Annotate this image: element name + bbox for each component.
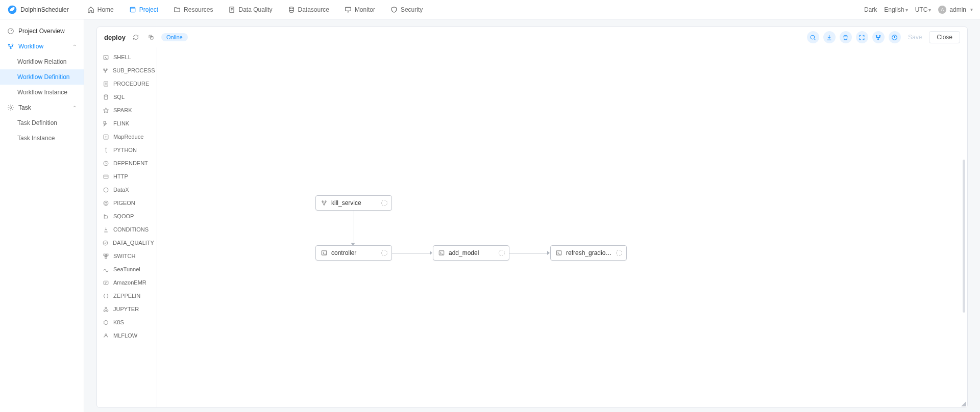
svg-point-39 [324, 204, 325, 205]
sidebar-group-workflow[interactable]: Workflow ⌃ [0, 39, 84, 54]
task-type-sub-process[interactable]: SUB_PROCESS [97, 64, 157, 77]
task-type-label: K8S [113, 319, 124, 325]
nav-item-label: Data Quality [238, 6, 272, 13]
svg-rect-32 [105, 256, 106, 258]
refresh-button[interactable] [131, 32, 141, 42]
task-type-shell[interactable]: SHELL [97, 50, 157, 64]
task-type-seatunnel[interactable]: SeaTunnel [97, 263, 157, 276]
nav-item-project[interactable]: Project [122, 4, 165, 15]
nav-item-monitor[interactable]: Monitor [337, 4, 382, 15]
task-type-icon [102, 213, 109, 220]
arrow-icon [430, 251, 432, 255]
avatar-icon: A [938, 6, 946, 14]
task-type-http[interactable]: HTTP [97, 170, 157, 183]
svg-point-38 [325, 201, 326, 202]
node-status-icon [381, 200, 387, 206]
svg-rect-4 [346, 7, 351, 11]
workflow-node-n2[interactable]: controller [315, 245, 392, 261]
task-type-python[interactable]: PYTHON [97, 143, 157, 157]
svg-point-8 [10, 47, 11, 48]
task-type-sqoop[interactable]: SQOOP [97, 210, 157, 223]
task-type-jupyter[interactable]: JUPYTER [97, 302, 157, 316]
version-button[interactable] [889, 31, 901, 43]
sidebar-item-workflow-instance[interactable]: Workflow Instance [0, 85, 84, 100]
task-type-label: MapReduce [113, 134, 143, 140]
user-menu[interactable]: A admin ▾ [938, 6, 973, 14]
workflow-canvas[interactable]: kill_servicecontrolleradd_modelrefresh_g… [157, 47, 967, 407]
close-button[interactable]: Close [929, 31, 960, 43]
workflow-node-n3[interactable]: add_model [433, 245, 509, 261]
edge [509, 253, 547, 253]
nav-item-resources[interactable]: Resources [166, 4, 220, 15]
task-type-label: SHELL [113, 54, 131, 60]
svg-point-27 [105, 202, 107, 204]
sidebar-item-project-overview[interactable]: Project Overview [0, 23, 84, 39]
nav-item-label: Datasource [298, 6, 329, 13]
sidebar-item-task-instance[interactable]: Task Instance [0, 131, 84, 146]
task-type-mlflow[interactable]: MLFLOW [97, 329, 157, 342]
arrow-icon [547, 251, 550, 255]
timezone-select[interactable]: UTC▾ [915, 6, 932, 13]
sidebar-item-workflow-definition[interactable]: Workflow Definition [0, 69, 84, 85]
copy-button[interactable] [146, 32, 156, 42]
workflow-icon [7, 43, 14, 50]
sidebar-item-task-definition[interactable]: Task Definition [0, 115, 84, 131]
svg-point-18 [104, 68, 105, 69]
svg-rect-40 [322, 251, 326, 255]
task-type-procedure[interactable]: PROCEDURE [97, 77, 157, 90]
task-type-zeppelin[interactable]: ZEPPELIN [97, 289, 157, 302]
task-type-k8s[interactable]: K8S [97, 316, 157, 329]
nav-item-data-quality[interactable]: Data Quality [221, 4, 279, 15]
theme-toggle[interactable]: Dark [864, 6, 877, 13]
nav-item-label: Home [97, 6, 114, 13]
svg-rect-25 [104, 175, 108, 178]
task-type-spark[interactable]: SPARK [97, 104, 157, 117]
task-type-switch[interactable]: SWITCH [97, 249, 157, 263]
workflow-node-n1[interactable]: kill_service [315, 195, 392, 211]
nav-item-home[interactable]: Home [80, 4, 121, 15]
sidebar-group-task[interactable]: Task ⌃ [0, 100, 84, 115]
task-type-dependent[interactable]: DEPENDENT [97, 157, 157, 170]
task-type-mapreduce[interactable]: MapReduce [97, 130, 157, 143]
gear-icon [7, 104, 14, 111]
delete-button[interactable] [840, 31, 852, 43]
task-type-data-quality[interactable]: DATA_QUALITY [97, 236, 157, 249]
save-button[interactable]: Save [905, 34, 925, 41]
canvas-scrollbar[interactable] [963, 160, 965, 313]
workflow-node-n4[interactable]: refresh_gradio_web... [550, 245, 627, 261]
chevron-down-icon: ▾ [970, 7, 973, 12]
format-button[interactable] [872, 31, 885, 43]
download-button[interactable] [823, 31, 836, 43]
svg-rect-17 [104, 55, 108, 59]
status-badge: Online [161, 33, 188, 41]
timezone-label: UTC [915, 6, 928, 13]
task-type-pigeon[interactable]: PIGEON [97, 196, 157, 210]
task-type-flink[interactable]: FLINK [97, 117, 157, 130]
task-type-label: MLFLOW [113, 332, 137, 339]
svg-point-6 [8, 44, 9, 45]
nav-item-security[interactable]: Security [383, 4, 430, 15]
task-type-icon [102, 93, 109, 100]
dashboard-icon [7, 28, 14, 35]
sidebar-item-workflow-relation[interactable]: Workflow Relation [0, 54, 84, 69]
task-type-icon [102, 319, 109, 326]
sidebar-item-label: Workflow Relation [17, 58, 66, 65]
svg-point-9 [10, 107, 12, 109]
task-type-conditions[interactable]: CONDITIONS [97, 223, 157, 236]
node-label: controller [331, 249, 378, 256]
task-type-icon [102, 186, 109, 193]
sidebar-item-label: Task Instance [17, 135, 55, 142]
nav-item-datasource[interactable]: Datasource [281, 4, 336, 15]
svg-point-7 [12, 44, 13, 45]
resize-handle-icon[interactable] [961, 401, 966, 406]
arrow-icon [351, 243, 355, 246]
sidebar-item-label: Workflow Instance [17, 89, 67, 96]
search-button[interactable] [807, 31, 819, 43]
task-type-sql[interactable]: SQL [97, 90, 157, 104]
language-select[interactable]: English▾ [884, 6, 908, 13]
task-type-icon [102, 226, 109, 233]
task-type-datax[interactable]: DataX [97, 183, 157, 196]
svg-point-28 [104, 201, 108, 205]
fullscreen-button[interactable] [856, 31, 868, 43]
task-type-amazonemr[interactable]: AmazonEMR [97, 276, 157, 289]
